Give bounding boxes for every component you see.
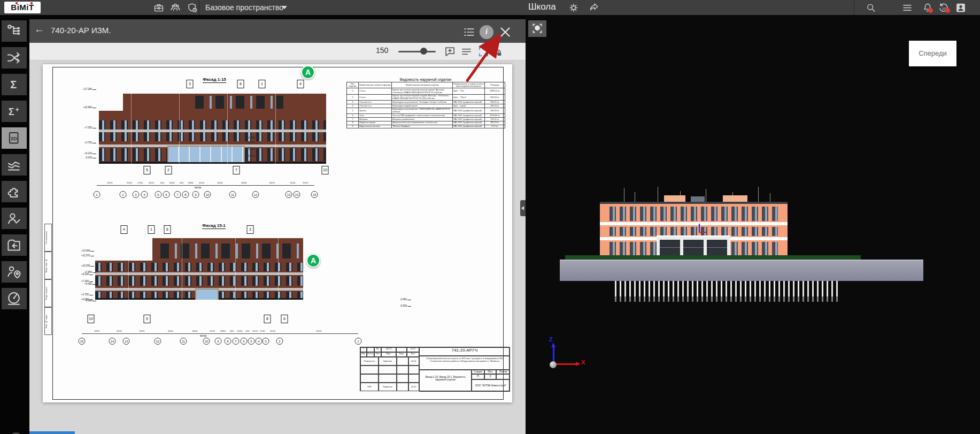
titleblock-cell: Курбатов	[379, 357, 397, 366]
panel-collapse-handle[interactable]	[520, 200, 526, 216]
zoom-slider-track[interactable]	[398, 51, 436, 52]
elevation-mark: +4.495	[247, 136, 259, 139]
top-bar: BiMiT Базовое пространство Школа 10	[0, 0, 980, 15]
share-icon[interactable]	[588, 2, 600, 13]
comment-add-icon[interactable]	[444, 45, 456, 58]
callout-box[interactable]: 10	[88, 315, 95, 323]
facade-1-15-drawing[interactable]	[99, 94, 326, 164]
elevation-mark: +10.250	[81, 264, 94, 267]
briefcase-icon[interactable]	[153, 2, 165, 13]
chevron-down-icon[interactable]	[282, 6, 287, 9]
dimension-value: 6000	[168, 330, 173, 332]
back-button[interactable]: ←	[34, 24, 46, 35]
grid-bubble: 14	[109, 338, 116, 345]
callout-box[interactable]: 1	[148, 225, 155, 234]
callout-box[interactable]: 5	[144, 166, 151, 174]
grid-bubble: 6	[163, 191, 170, 198]
grid-bubble: 11	[180, 338, 187, 345]
callout-box[interactable]: 4	[121, 225, 128, 234]
bimit-app: BiMiT Базовое пространство Школа 10	[0, 0, 980, 434]
left-sidebar: ? ΣΣ+2D	[0, 15, 29, 434]
sidebar-item-gauge[interactable]	[2, 288, 27, 309]
viewer-3d[interactable]: Спереди	[526, 15, 980, 434]
titleblock-cell	[397, 366, 408, 374]
table-row: 5ЦокольШтукатурка по утеплителю "ТЕХНОНИ…	[347, 108, 505, 113]
callout-box[interactable]: 10	[322, 166, 329, 174]
elevation-mark: +11.570	[81, 254, 94, 257]
align-lines-icon[interactable]	[460, 45, 473, 58]
elevation-mark: +3.450	[247, 141, 259, 144]
sidebar-item-view-2d[interactable]: 2D	[2, 127, 27, 149]
sidebar-item-plugin[interactable]	[2, 181, 27, 202]
drawing-sheet[interactable]: Ведомость наружной отделки Поз. отделкиН…	[43, 64, 512, 402]
info-icon[interactable]: i	[480, 25, 493, 39]
callout-box[interactable]: 3	[187, 80, 194, 88]
view-lock-icon[interactable]	[490, 45, 503, 58]
view-cube-front[interactable]: Спереди	[909, 41, 956, 66]
sidebar-item-folder-share[interactable]	[2, 234, 27, 256]
grid-bubble: 3	[263, 338, 269, 345]
table-row: 1СтеныКирпич пустотелый лицевой колотый …	[347, 88, 505, 94]
dimension-value: 6000	[242, 181, 247, 184]
sidebar-item-shuffle[interactable]	[2, 47, 27, 68]
close-icon[interactable]	[498, 25, 512, 39]
list-icon[interactable]	[901, 2, 913, 13]
callout-box[interactable]: 2	[165, 166, 172, 174]
sidebar-item-sum[interactable]: Σ	[2, 74, 27, 95]
grid-bubble: 12	[252, 191, 259, 198]
callout-box[interactable]: 7	[233, 166, 240, 174]
stage-label: Стадия	[472, 370, 484, 374]
workspace-selector[interactable]: Базовое пространство	[205, 3, 283, 12]
callout-box[interactable]: 1	[259, 80, 266, 88]
model-foundation-slab	[560, 260, 923, 281]
callout-box[interactable]: 6	[281, 315, 288, 323]
table-row: 3Участки стенШтукатурка по утеплителю "Т…	[347, 101, 505, 104]
gear-icon[interactable]	[568, 2, 580, 13]
sidebar-item-user-check[interactable]	[2, 208, 27, 229]
facade-title: Фасад 15-1	[202, 223, 226, 229]
sidebar-item-model-tree[interactable]	[2, 20, 27, 42]
callout-box[interactable]: 3	[247, 225, 254, 234]
axis-z-label: Z	[549, 336, 553, 342]
annotation-marker[interactable]: A	[301, 65, 315, 79]
grid-bubble: 5	[248, 338, 255, 345]
grid-bubble: 6	[241, 338, 248, 345]
grid-bubble: 9	[215, 338, 222, 345]
callout-box[interactable]: 5	[144, 315, 151, 323]
bimit-logo[interactable]: BiMiT	[4, 2, 41, 13]
sheet-number: 2	[484, 374, 496, 379]
profile-icon[interactable]	[955, 2, 967, 13]
progress-bar	[29, 431, 75, 434]
dimension-value: 2860	[220, 330, 226, 332]
sidebar-item-charts[interactable]	[2, 154, 27, 176]
annotation-marker[interactable]: A	[306, 254, 320, 268]
dimension-value: 2860	[188, 181, 194, 184]
zoom-value: 150	[376, 46, 388, 55]
search-icon[interactable]	[865, 2, 877, 13]
elevation-mark: +13.960	[81, 249, 94, 252]
callout-box[interactable]: 8	[264, 315, 271, 323]
fit-selection-icon[interactable]	[477, 45, 490, 58]
facade-entrance-glazing	[195, 288, 219, 300]
dimension-value: 3120	[270, 330, 275, 332]
sheet-list-icon[interactable]	[462, 25, 476, 39]
callout-box[interactable]: 6	[237, 80, 244, 88]
callout-box[interactable]: 6	[164, 225, 171, 234]
team-icon[interactable]	[169, 2, 181, 13]
axis-origin-sphere	[550, 361, 557, 368]
svg-text:2D: 2D	[11, 136, 17, 141]
model-piles	[615, 281, 839, 309]
focus-element-button[interactable]	[528, 20, 546, 37]
grid-bubble: 9	[192, 191, 199, 198]
dimension-value: 3120	[290, 181, 296, 184]
shield-clock-icon[interactable]	[187, 2, 198, 13]
sidebar-item-sum-add[interactable]: Σ+	[2, 101, 27, 122]
sidebar-item-user-location[interactable]	[2, 261, 27, 283]
facade-15-1-drawing[interactable]	[80, 238, 303, 300]
callout-box[interactable]: 4	[297, 80, 304, 88]
titleblock-cell: 442-22	[381, 347, 396, 352]
zoom-slider-handle[interactable]	[420, 48, 427, 55]
titleblock-cell: 04.22	[407, 347, 419, 352]
grid-bubble: 2	[120, 191, 127, 198]
titleblock-cell	[360, 374, 379, 383]
